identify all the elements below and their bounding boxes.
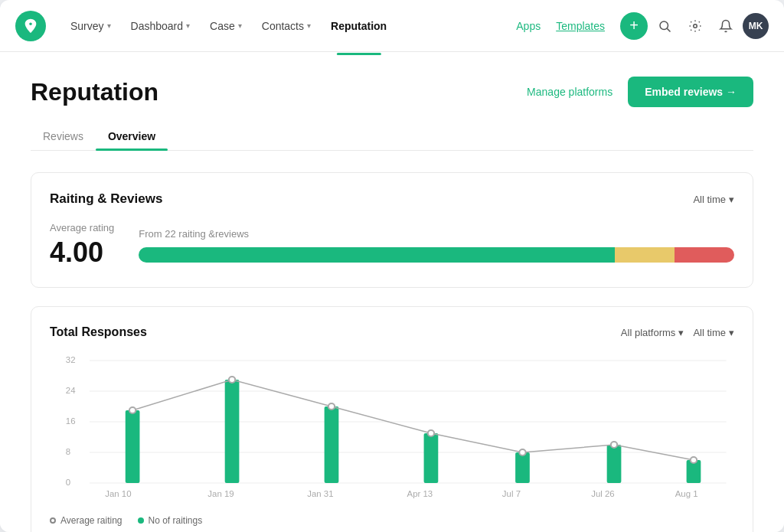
- chevron-down-icon: ▾: [729, 194, 734, 205]
- nav-dashboard[interactable]: Dashboard ▾: [122, 14, 200, 38]
- main-content: Reputation Manage platforms Embed review…: [0, 52, 784, 532]
- rating-score-block: Average rating 4.00: [50, 222, 114, 269]
- svg-text:Jul 7: Jul 7: [502, 489, 521, 498]
- rating-bar-green: [139, 247, 615, 263]
- nav-reputation[interactable]: Reputation: [322, 14, 396, 38]
- svg-rect-13: [126, 410, 140, 483]
- chevron-down-icon: ▾: [307, 21, 311, 30]
- platform-filter[interactable]: All platforms ▾: [621, 327, 684, 338]
- page-title: Reputation: [31, 78, 158, 106]
- svg-point-21: [229, 377, 235, 383]
- chevron-down-icon: ▾: [729, 327, 734, 338]
- embed-reviews-button[interactable]: Embed reviews →: [628, 77, 753, 107]
- navbar: Survey ▾ Dashboard ▾ Case ▾ Contacts ▾ R…: [0, 0, 784, 52]
- svg-text:Aug 1: Aug 1: [675, 489, 698, 498]
- svg-text:8: 8: [66, 447, 70, 456]
- settings-icon[interactable]: [681, 12, 709, 40]
- svg-point-25: [611, 442, 617, 448]
- svg-rect-14: [225, 380, 240, 483]
- nav-links: Survey ▾ Dashboard ▾ Case ▾ Contacts ▾ R…: [61, 14, 510, 38]
- rating-bar-yellow: [615, 247, 675, 263]
- nav-right-actions: Apps Templates + MK: [510, 12, 769, 40]
- nav-contacts[interactable]: Contacts ▾: [253, 14, 320, 38]
- rating-area: Average rating 4.00 From 22 raiting &rev…: [50, 222, 734, 269]
- chevron-down-icon: ▾: [238, 21, 242, 30]
- chart-area: 32 24 16 8 0: [50, 351, 734, 508]
- svg-text:0: 0: [66, 478, 70, 487]
- rating-bar: [139, 247, 734, 263]
- chevron-down-icon: ▾: [678, 327, 684, 338]
- svg-text:Jan 31: Jan 31: [307, 489, 333, 498]
- apps-link[interactable]: Apps: [510, 17, 547, 35]
- svg-text:Jan 19: Jan 19: [207, 489, 234, 498]
- tabs: Reviews Overview: [31, 122, 753, 151]
- svg-point-24: [519, 449, 525, 455]
- notifications-icon[interactable]: [712, 12, 740, 40]
- chart-header: Total Responses All platforms ▾ All time…: [50, 325, 734, 339]
- svg-point-2: [694, 24, 697, 28]
- user-avatar[interactable]: MK: [743, 13, 769, 39]
- manage-platforms-link[interactable]: Manage platforms: [527, 86, 612, 98]
- legend-no-of-ratings: No of raitings: [138, 515, 203, 526]
- svg-line-1: [667, 28, 670, 31]
- legend-average-rating: Average raiting: [50, 515, 122, 526]
- chart-section: Total Responses All platforms ▾ All time…: [31, 306, 753, 532]
- tab-reviews[interactable]: Reviews: [31, 122, 96, 150]
- average-rating-label: Average rating: [50, 222, 114, 233]
- svg-text:32: 32: [66, 355, 76, 364]
- rating-source-label: From 22 raiting &reviews: [139, 228, 734, 240]
- svg-point-22: [328, 403, 335, 410]
- rating-section-header: Raiting & Reviews All time ▾: [50, 191, 734, 207]
- svg-text:Jul 26: Jul 26: [591, 489, 614, 498]
- svg-point-0: [660, 21, 668, 30]
- svg-point-23: [428, 430, 434, 436]
- header-actions: Manage platforms Embed reviews →: [527, 77, 753, 107]
- svg-rect-16: [424, 433, 439, 483]
- chart-legend: Average raiting No of raitings: [50, 515, 734, 526]
- rating-bar-wrap: From 22 raiting &reviews: [139, 228, 734, 263]
- svg-rect-17: [515, 452, 530, 483]
- svg-point-26: [691, 457, 697, 463]
- svg-rect-15: [325, 406, 339, 483]
- tab-overview[interactable]: Overview: [96, 122, 168, 150]
- rating-time-filter[interactable]: All time ▾: [693, 194, 734, 205]
- svg-text:16: 16: [66, 416, 76, 426]
- svg-text:Jan 10: Jan 10: [105, 489, 131, 498]
- search-icon[interactable]: [651, 12, 678, 40]
- rating-section: Raiting & Reviews All time ▾ Average rat…: [31, 172, 753, 288]
- svg-text:24: 24: [66, 386, 76, 395]
- chevron-down-icon: ▾: [107, 21, 111, 30]
- templates-link[interactable]: Templates: [550, 17, 611, 35]
- logo[interactable]: [15, 11, 46, 41]
- legend-outline-dot: [50, 517, 56, 524]
- svg-rect-18: [607, 445, 622, 483]
- rating-bar-red: [675, 247, 734, 263]
- nav-case[interactable]: Case ▾: [201, 14, 251, 38]
- average-rating-value: 4.00: [50, 237, 114, 269]
- nav-survey[interactable]: Survey ▾: [61, 14, 120, 38]
- chevron-down-icon: ▾: [186, 21, 190, 30]
- svg-text:Apr 13: Apr 13: [407, 489, 433, 498]
- legend-filled-dot: [138, 517, 144, 524]
- page-header: Reputation Manage platforms Embed review…: [31, 77, 753, 107]
- rating-section-title: Raiting & Reviews: [50, 191, 162, 207]
- chart-title: Total Responses: [50, 325, 147, 339]
- add-button[interactable]: +: [620, 12, 648, 40]
- svg-point-20: [129, 407, 136, 413]
- time-filter[interactable]: All time ▾: [693, 327, 734, 338]
- chart-filters: All platforms ▾ All time ▾: [621, 327, 734, 338]
